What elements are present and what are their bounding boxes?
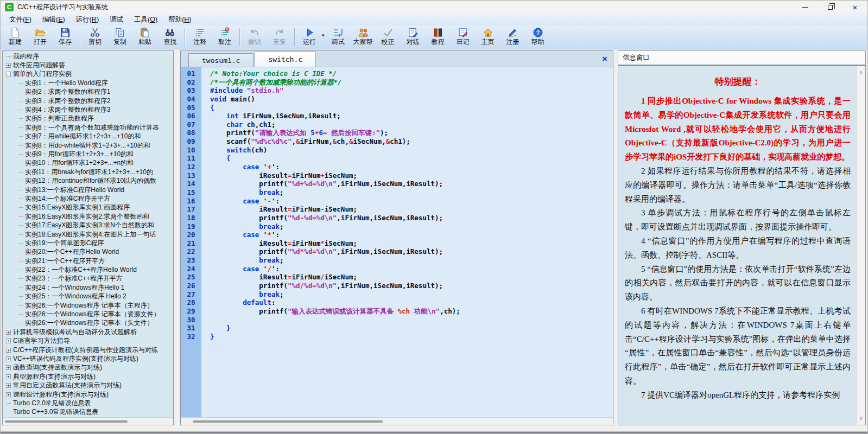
diary-button[interactable]: 日记 — [451, 26, 476, 48]
code-line[interactable]: 20 case '*': — [181, 231, 613, 239]
tree-item[interactable]: 实例23：一个标准C++程序开平方 — [4, 275, 173, 283]
code-line[interactable]: 26 printf("%d/%d=%d\n",iFirNum,iSecNum,i… — [181, 282, 613, 290]
tree-item[interactable]: +VC++错误代码及程序实例(支持演示与对练) — [4, 354, 173, 363]
code-line[interactable]: 29 printf("输入表达式错误或该计算器不具备 %ch 功能\n",ch)… — [181, 307, 613, 316]
code-line[interactable]: 05{ — [181, 104, 613, 112]
open-button[interactable]: 打开 — [28, 26, 53, 48]
paste-button[interactable]: 粘贴 — [132, 26, 157, 48]
tree-item[interactable]: 实例20:一个C++程序Hello World — [4, 248, 173, 257]
line-number[interactable]: 16 — [181, 197, 201, 206]
line-number[interactable]: 03 — [181, 86, 201, 95]
code-line[interactable]: 31 } — [181, 324, 613, 333]
new-button[interactable]: 新建 — [3, 26, 28, 48]
scroll-down-icon[interactable]: ∨ — [857, 414, 865, 422]
line-number[interactable]: 19 — [181, 222, 201, 231]
tree-item[interactable]: 实例10：用for循环求1+2+3+...+n的和 — [4, 159, 173, 168]
line-number[interactable]: 18 — [181, 214, 201, 222]
code-line[interactable]: 08 printf("请输入表达式如 5+6= 然后按回车键:"); — [181, 129, 613, 137]
tree-item[interactable]: 实例14:一个标准C程序开平方 — [4, 194, 173, 203]
left-splitter[interactable] — [174, 50, 180, 425]
line-number[interactable]: 09 — [181, 137, 201, 146]
line-number[interactable]: 04 — [181, 95, 201, 104]
line-number[interactable]: 27 — [181, 290, 201, 299]
tree-item[interactable]: 实例12：用continue和for循环求10以内的偶数 — [4, 176, 173, 185]
code-line[interactable]: 32} — [181, 333, 613, 341]
tree-item[interactable]: 我的程序 — [4, 52, 173, 61]
line-number[interactable]: 20 — [181, 231, 201, 239]
tree-item[interactable]: +函数查询(支持函数演示与对练) — [4, 363, 173, 372]
expand-plus-icon[interactable]: + — [6, 339, 11, 343]
menu-item-R[interactable]: 运行(R) — [71, 14, 104, 25]
editor-horizontal-scrollbar[interactable] — [181, 417, 613, 425]
menu-item-E[interactable]: 编辑(E) — [37, 14, 71, 25]
tree-item[interactable]: 实例22：一个标准C++程序Hello World — [4, 265, 173, 274]
code-line[interactable]: 16 case '-': — [181, 197, 613, 206]
line-number[interactable]: 06 — [181, 112, 201, 120]
tree-item[interactable]: Turbo C++3.0常见错误信息表 — [4, 408, 173, 417]
code-line[interactable]: 14 printf("%d+%d=%d\n",iFirNum,iSecNum,i… — [181, 180, 613, 188]
collapse-minus-icon[interactable]: − — [6, 72, 11, 76]
code-line[interactable]: 25 iResult=iFirNum/iSecNum; — [181, 273, 613, 282]
tree-item[interactable]: +计算机等级模拟考试与自动评分及试题解析 — [4, 328, 173, 336]
tree-item[interactable]: 实例1：一个Hello World程序 — [4, 79, 173, 87]
code-line[interactable]: 21 iResult=iFirNum*iSecNum; — [181, 239, 613, 248]
everyone-help-button[interactable]: 大家帮 — [351, 26, 376, 48]
code-line[interactable]: 09 scanf("%d%c%d%c",&iFirNum,&ch,&iSecNu… — [181, 137, 613, 146]
expand-plus-icon[interactable]: + — [6, 383, 11, 388]
tree-item[interactable]: +典型源程序(支持演示与对练) — [4, 372, 173, 381]
menu-item-O[interactable]: 工具(O) — [129, 14, 163, 25]
line-number[interactable]: 08 — [181, 129, 201, 137]
info-vertical-scrollbar[interactable]: ∧ ∨ — [856, 66, 865, 425]
line-number[interactable]: 17 — [181, 205, 201, 214]
tree-item[interactable]: 实例21:一个C++程序开平方 — [4, 257, 173, 265]
cut-button[interactable]: 剪切 — [83, 26, 107, 48]
line-number[interactable]: 07 — [181, 120, 201, 129]
line-number[interactable]: 28 — [181, 298, 201, 307]
tree-item[interactable]: +课程设计源程序(支持演示与对练) — [4, 390, 173, 399]
tree-item[interactable]: 实例8：用do-while循环求1+2+3+...+10的和 — [4, 141, 173, 150]
code-line[interactable]: 22 printf("%d*%d=%d\n",iFirNum,iSecNum,i… — [181, 247, 613, 256]
code-line[interactable]: 01/* Note:Your choice is C IDE */ — [181, 69, 613, 78]
line-number[interactable]: 12 — [181, 163, 201, 171]
register-button[interactable]: 注册 — [500, 26, 525, 48]
tree-item[interactable]: 实例13:一个标准C程序Hello World — [4, 186, 173, 194]
tab-switch.c[interactable]: switch.c — [255, 52, 316, 67]
code-line[interactable]: 23 break; — [181, 256, 613, 265]
code-line[interactable]: 24 case '/': — [181, 265, 613, 273]
menu-item-调试[interactable]: 调试 — [104, 14, 129, 25]
tree-item[interactable]: 实例5：判断正负数程序 — [4, 114, 173, 123]
tree-item[interactable]: 实例3：求两个整数的和程序2 — [4, 97, 173, 105]
tree-item[interactable]: 实例25：一个Windows程序 Hello 2 — [4, 292, 173, 301]
tree-item[interactable]: 实例24：一个Windows程序Hello 1 — [4, 283, 173, 292]
find-button[interactable]: 查找 — [157, 26, 182, 48]
line-number[interactable]: 13 — [181, 171, 201, 180]
code-line[interactable]: 06 int iFirNum,iSecNum,iResult; — [181, 112, 613, 120]
expand-plus-icon[interactable]: + — [6, 356, 11, 361]
tutorial-button[interactable]: 教程 — [426, 26, 451, 48]
menu-item-F[interactable]: 文件(F) — [4, 14, 37, 25]
close-button[interactable]: × — [842, 1, 867, 14]
tree-item[interactable]: 实例26:一个Widnows程序 记事本（头文件） — [4, 319, 173, 328]
editor-hscroll-thumb[interactable] — [193, 420, 383, 423]
expand-plus-icon[interactable]: + — [6, 63, 11, 68]
code-line[interactable]: 27 break; — [181, 290, 613, 299]
tree-item[interactable]: −简单的入门程序实例 — [4, 70, 173, 79]
comment-button[interactable]: 注释 — [187, 26, 212, 48]
tab-twosum1.c[interactable]: twosum1.c — [188, 53, 254, 67]
tree-item[interactable]: Turbo C2.0常见错误信息表 — [4, 399, 173, 407]
tree-item[interactable]: 实例2：求两个整数的和程序1 — [4, 88, 173, 97]
code-line[interactable]: 30 — [181, 316, 613, 324]
run-button[interactable]: 运行 — [297, 26, 322, 46]
tree-item[interactable]: 实例17:EasyX图形库实例3:求N个自然数的和 — [4, 221, 173, 229]
tree-item[interactable]: 实例26:一个Widnows程序 记事本（主程序） — [4, 301, 173, 310]
save-button[interactable]: 保存 — [53, 26, 78, 48]
expand-plus-icon[interactable]: + — [6, 330, 11, 335]
run-dropdown-arrow-icon[interactable]: ▾ — [322, 33, 325, 38]
line-number[interactable]: 15 — [181, 188, 201, 197]
uncomment-button[interactable]: 取注 — [212, 26, 237, 48]
line-number[interactable]: 30 — [181, 316, 201, 324]
code-line[interactable]: 17 iResult=iFirNum-iSecNum; — [181, 205, 613, 214]
code-line[interactable]: 04void main() — [181, 95, 613, 104]
code-editor[interactable]: 01/* Note:Your choice is C IDE */02/*一个具… — [181, 67, 613, 417]
tree-horizontal-scrollbar[interactable] — [3, 417, 173, 425]
